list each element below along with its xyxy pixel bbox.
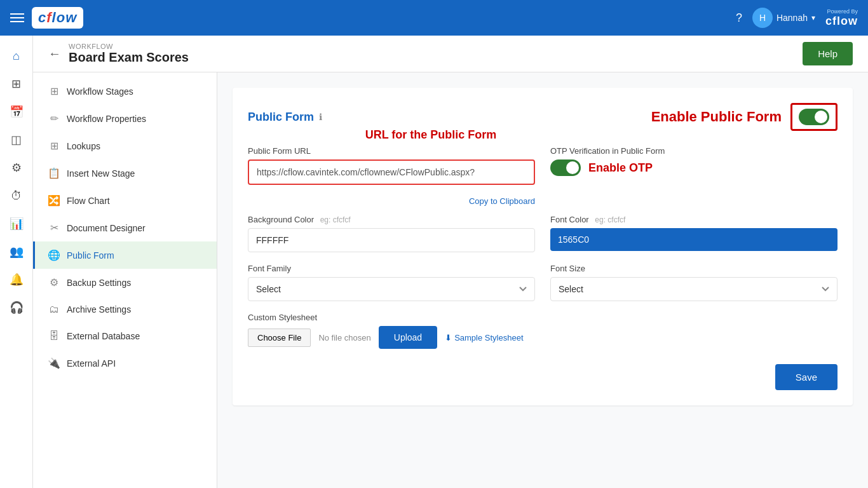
font-color-label: Font Color eg: cfcfcf: [550, 215, 837, 224]
main-content: Public Form ℹ Enable Public Form: [217, 72, 868, 488]
app-logo: cflow: [32, 7, 83, 29]
sidebar-item-workflow-properties[interactable]: ✏ Workflow Properties: [33, 105, 217, 132]
sidebar-item-external-api[interactable]: 🔌 External API: [33, 349, 217, 377]
sidebar-label-flow-chart: Flow Chart: [67, 196, 110, 206]
lookups-icon: ⊞: [48, 140, 60, 152]
url-field-label: Public Form URL: [248, 146, 535, 156]
sidebar-icon-history[interactable]: ⏱: [4, 183, 29, 208]
sidebar-label-lookups: Lookups: [67, 141, 100, 151]
bg-color-input[interactable]: [248, 228, 535, 252]
custom-stylesheet-label: Custom Stylesheet: [248, 313, 837, 322]
sidebar-icon-users[interactable]: 👥: [4, 239, 29, 264]
username: Hannah: [776, 13, 808, 23]
sidebar-item-public-form[interactable]: 🌐 Public Form: [33, 241, 217, 269]
breadcrumb-bar: ← WORKFLOW Board Exam Scores Help: [33, 36, 868, 72]
sidebar-icon-settings[interactable]: ⚙: [4, 155, 29, 180]
font-family-select[interactable]: Select: [248, 277, 535, 301]
sidebar-item-lookups[interactable]: ⊞ Lookups: [33, 132, 217, 159]
sidebar-item-insert-new-stage[interactable]: 📋 Insert New Stage: [33, 159, 217, 187]
top-navigation: cflow ? H Hannah ▾ Powered By cflow: [0, 0, 868, 36]
download-icon: ⬇: [445, 333, 452, 342]
external-database-icon: 🗄: [48, 330, 60, 342]
sidebar-icon-alert[interactable]: 🔔: [4, 267, 29, 292]
flow-chart-icon: 🔀: [48, 194, 60, 207]
page-title: Board Exam Scores: [69, 50, 189, 65]
sidebar-icon-headset[interactable]: 🎧: [4, 295, 29, 320]
sidebar-item-external-database[interactable]: 🗄 External Database: [33, 323, 217, 349]
avatar: H: [752, 8, 773, 28]
sidebar-item-backup-settings[interactable]: ⚙ Backup Settings: [33, 269, 217, 296]
otp-annotation: Enable OTP: [588, 161, 653, 175]
external-api-icon: 🔌: [48, 357, 60, 369]
backup-settings-icon: ⚙: [48, 276, 60, 288]
back-button[interactable]: ←: [48, 46, 61, 61]
sidebar-label-external-api: External API: [67, 358, 116, 369]
help-icon[interactable]: ?: [736, 11, 742, 25]
sidebar-label-public-form: Public Form: [67, 250, 114, 261]
sample-stylesheet-button[interactable]: ⬇ Sample Stylesheet: [445, 333, 523, 342]
enable-public-form-box: [790, 103, 837, 131]
sidebar-item-workflow-stages[interactable]: ⊞ Workflow Stages: [33, 78, 217, 105]
sidebar-label-insert-new-stage: Insert New Stage: [67, 168, 135, 179]
font-size-select[interactable]: Select: [550, 277, 837, 301]
sidebar-icon-calendar[interactable]: 📅: [4, 99, 29, 125]
font-size-label: Font Size: [550, 264, 837, 273]
help-button[interactable]: Help: [803, 42, 853, 65]
public-form-icon: 🌐: [48, 249, 60, 261]
font-family-label: Font Family: [248, 264, 535, 273]
info-icon[interactable]: ℹ: [319, 112, 322, 122]
sidebar-label-backup-settings: Backup Settings: [67, 278, 131, 288]
upload-button[interactable]: Upload: [379, 326, 437, 349]
choose-file-button[interactable]: Choose File: [248, 329, 311, 347]
copy-to-clipboard-link[interactable]: Copy to Clipboard: [469, 196, 535, 206]
user-dropdown-icon[interactable]: ▾: [811, 13, 815, 22]
document-designer-icon: ✂: [48, 222, 60, 234]
otp-toggle[interactable]: [550, 159, 581, 176]
otp-field-label: OTP Verification in Public Form: [550, 146, 837, 156]
sidebar-item-flow-chart[interactable]: 🔀 Flow Chart: [33, 187, 217, 214]
enable-pf-label: Enable Public Form: [651, 109, 782, 125]
sidebar-icon-grid[interactable]: ⊞: [4, 71, 29, 97]
sidebar-icon-reports[interactable]: 📊: [4, 211, 29, 236]
public-form-url-input[interactable]: [248, 159, 535, 185]
workflow-properties-icon: ✏: [48, 112, 60, 125]
section-title: Public Form: [248, 111, 314, 124]
brand-logo: Powered By cflow: [825, 8, 858, 28]
sidebar-icon-layers[interactable]: ◫: [4, 127, 29, 152]
breadcrumb-prefix: WORKFLOW: [69, 43, 189, 50]
save-button[interactable]: Save: [775, 364, 837, 390]
left-navigation: ⊞ Workflow Stages ✏ Workflow Properties …: [33, 72, 217, 488]
sidebar-icon-home[interactable]: ⌂: [4, 43, 29, 69]
hamburger-menu[interactable]: [10, 13, 24, 22]
icon-sidebar: ⌂ ⊞ 📅 ◫ ⚙ ⏱ 📊 👥 🔔 🎧: [0, 36, 33, 488]
sidebar-item-document-designer[interactable]: ✂ Document Designer: [33, 214, 217, 241]
sidebar-label-archive-settings: Archive Settings: [67, 304, 131, 315]
sidebar-label-document-designer: Document Designer: [67, 223, 146, 233]
enable-public-form-toggle[interactable]: [799, 109, 829, 125]
sidebar-label-workflow-properties: Workflow Properties: [67, 114, 146, 124]
no-file-text: No file chosen: [318, 333, 370, 342]
bg-color-label: Background Color eg: cfcfcf: [248, 215, 535, 224]
insert-stage-icon: 📋: [48, 167, 60, 179]
sidebar-item-archive-settings[interactable]: 🗂 Archive Settings: [33, 296, 217, 323]
sidebar-label-workflow-stages: Workflow Stages: [67, 86, 133, 97]
archive-settings-icon: 🗂: [48, 304, 60, 315]
font-color-input[interactable]: [550, 228, 837, 251]
sidebar-label-external-database: External Database: [67, 331, 140, 341]
user-menu[interactable]: H Hannah ▾: [752, 8, 815, 28]
workflow-stages-icon: ⊞: [48, 85, 60, 97]
